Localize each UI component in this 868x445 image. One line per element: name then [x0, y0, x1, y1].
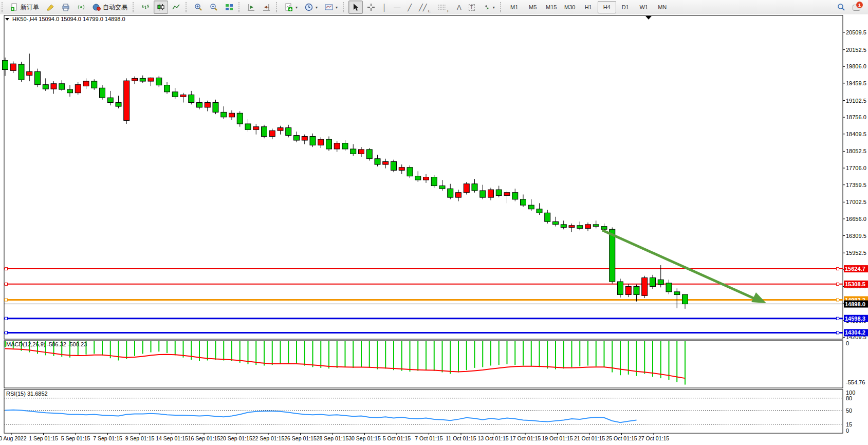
chart-type-line-button[interactable] [169, 1, 183, 14]
candlestick-chart-icon [157, 3, 165, 11]
arrows-icon [482, 3, 490, 11]
signal-button[interactable] [74, 1, 88, 14]
zoom-in-button[interactable] [191, 1, 206, 14]
search-button[interactable] [834, 1, 848, 14]
candle-body [383, 161, 389, 164]
tab-timeframe-w1[interactable]: W1 [635, 1, 653, 13]
time-axis-label: 7 Sep 01:15 [93, 435, 122, 441]
line-price-label: 15308.5 [845, 281, 865, 287]
candle-body [634, 286, 639, 294]
chart-window[interactable]: 20509.520152.519806.019459.519102.518756… [0, 14, 868, 445]
chart-type-candles-button[interactable] [154, 1, 168, 14]
template-icon [325, 3, 333, 11]
text-label-tool-button[interactable]: T [466, 1, 478, 14]
toolbar-grip[interactable] [343, 2, 346, 12]
tile-windows-button[interactable] [222, 1, 236, 14]
fibonacci-icon [438, 4, 446, 10]
crayon-icon [46, 3, 54, 11]
arrows-tool-button[interactable]: ▾ [479, 1, 498, 14]
candle-body [601, 227, 607, 230]
notifications-button[interactable]: 1 [849, 1, 864, 14]
candle-body [180, 95, 186, 97]
candle-body [213, 103, 218, 113]
candle-body [148, 78, 154, 81]
dropdown-caret: ▾ [296, 5, 298, 10]
tab-timeframe-m30[interactable]: M30 [561, 1, 579, 13]
candle-body [537, 209, 542, 213]
candle-body [197, 103, 202, 107]
rsi-line [5, 410, 637, 422]
auto-scroll-button[interactable] [260, 1, 274, 14]
toolbar-grip[interactable] [276, 2, 280, 12]
candle-body [585, 225, 591, 229]
price-tick-label: 19102.5 [846, 98, 866, 104]
ohlc-info-line: HK50-,H4 15094.0 15094.0 14799.0 14898.0 [12, 16, 125, 22]
candle-body [399, 168, 404, 171]
tab-timeframe-h4[interactable]: H4 [598, 1, 616, 13]
candle-body [302, 136, 307, 140]
tab-timeframe-m15[interactable]: M15 [542, 1, 561, 13]
price-tick-label: 19806.0 [846, 63, 866, 69]
horizontal-line-tool-button[interactable]: — [391, 1, 403, 14]
line-handle [5, 331, 8, 334]
tab-timeframe-m5[interactable]: M5 [524, 1, 542, 13]
toolbar-grip[interactable] [2, 2, 5, 12]
line-chart-icon [172, 3, 180, 11]
new-order-button[interactable]: 新订单 [7, 1, 42, 14]
candle-body [294, 136, 300, 140]
time-axis-label: 7 Oct 01:15 [415, 435, 442, 441]
text-tool-icon: A [457, 4, 461, 11]
trend-arrow-line [602, 230, 754, 299]
templates-button[interactable]: ▾ [322, 1, 341, 14]
signal-icon [77, 3, 85, 11]
line-handle [837, 331, 839, 334]
zoom-out-button[interactable] [207, 1, 221, 14]
search-icon [837, 3, 845, 11]
crayon-button[interactable] [43, 1, 58, 14]
toolbar-grip[interactable] [500, 2, 504, 12]
macd-scale-zero: 0 [846, 340, 849, 346]
dropdown-caret: ▾ [336, 5, 338, 10]
chart-shift-button[interactable] [244, 1, 258, 14]
tab-timeframe-m1[interactable]: M1 [505, 1, 524, 13]
vertical-line-tool-button[interactable]: │ [379, 1, 390, 14]
zoom-in-icon [194, 3, 202, 11]
toolbar-grip[interactable] [133, 2, 136, 12]
indicators-icon [285, 3, 293, 11]
candle-body [100, 88, 105, 98]
candle-body [3, 61, 8, 70]
candle-body [107, 98, 113, 102]
candle-body [682, 294, 688, 304]
price-tick-label: 20509.5 [846, 29, 866, 35]
tab-timeframe-mn[interactable]: MN [653, 1, 672, 13]
auto-trading-icon [93, 3, 101, 11]
chart-type-bars-button[interactable] [138, 1, 153, 14]
candle-body [269, 131, 275, 136]
cursor-icon [352, 3, 360, 11]
line-handle [5, 268, 8, 270]
text-tool-button[interactable]: A [454, 1, 465, 14]
channel-tool-button[interactable]: ╱╱ E [416, 1, 434, 14]
cursor-tool-button[interactable] [348, 1, 363, 14]
indicators-button[interactable]: ▾ [282, 1, 301, 14]
toolbar-grip[interactable] [186, 2, 189, 12]
candle-body [43, 85, 48, 89]
trendline-tool-button[interactable]: ╱ [404, 1, 415, 14]
auto-trading-button[interactable]: 自动交易 [89, 1, 131, 14]
periods-button[interactable]: ▾ [302, 1, 321, 14]
tab-timeframe-h1[interactable]: H1 [579, 1, 598, 13]
fibonacci-tool-button[interactable]: F [435, 1, 453, 14]
candle-body [561, 225, 566, 228]
toolbar-grip[interactable] [238, 2, 242, 12]
crosshair-tool-button[interactable] [364, 1, 378, 14]
tab-timeframe-d1[interactable]: D1 [616, 1, 635, 13]
horizontal-line-icon: — [394, 4, 400, 11]
toolbar: 新订单 自动交易 [0, 0, 868, 15]
candle-body [415, 176, 421, 180]
candle-body [124, 81, 130, 120]
price-tick-label: 19459.5 [846, 80, 866, 86]
print-button[interactable] [59, 1, 73, 14]
price-chart-canvas[interactable]: 20509.520152.519806.019459.519102.518756… [0, 14, 868, 445]
bar-chart-icon [141, 3, 150, 11]
candle-body [140, 78, 145, 81]
